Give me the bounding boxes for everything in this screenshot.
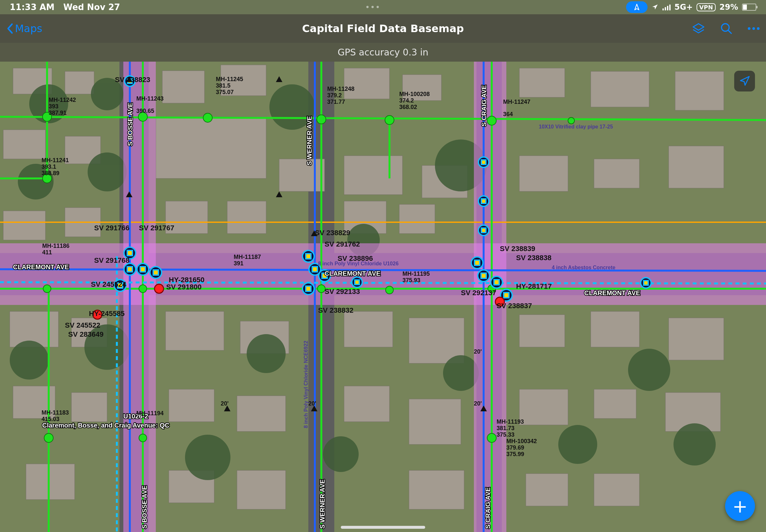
- svg-marker-0: [635, 4, 639, 10]
- svg-point-102: [487, 433, 496, 442]
- svg-rect-16: [519, 68, 565, 97]
- svg-text:381.5: 381.5: [216, 82, 230, 89]
- svg-rect-52: [26, 464, 75, 500]
- svg-text:SV  291768: SV 291768: [94, 256, 129, 264]
- svg-rect-25: [519, 156, 568, 191]
- layers-icon[interactable]: [692, 22, 705, 35]
- svg-text:379.69: 379.69: [506, 444, 524, 451]
- svg-rect-126: [306, 286, 311, 291]
- svg-text:411: 411: [42, 249, 52, 256]
- add-feature-button[interactable]: +: [725, 491, 755, 521]
- search-icon[interactable]: [720, 22, 733, 35]
- svg-text:MH-11247: MH-11247: [503, 99, 530, 105]
- svg-text:4 inch Asbestos Concrete: 4 inch Asbestos Concrete: [552, 265, 615, 270]
- svg-text:MH-11193: MH-11193: [497, 418, 524, 425]
- more-icon[interactable]: [748, 27, 760, 30]
- svg-text:S CRAIG AVE: S CRAIG AVE: [480, 85, 488, 127]
- svg-text:SV  292133: SV 292133: [324, 287, 360, 296]
- svg-rect-128: [475, 260, 480, 265]
- svg-rect-27: [669, 146, 724, 188]
- svg-text:20': 20': [308, 400, 316, 407]
- svg-text:MH-11243: MH-11243: [136, 95, 164, 102]
- svg-text:415.03: 415.03: [42, 416, 59, 422]
- page-title: Capital Field Data Basemap: [0, 22, 766, 35]
- svg-rect-54: [237, 470, 286, 509]
- svg-text:SV  238839: SV 238839: [500, 245, 535, 253]
- svg-rect-38: [344, 311, 393, 347]
- svg-rect-114: [140, 267, 145, 272]
- svg-text:CLAREMONT AVE: CLAREMONT AVE: [584, 289, 640, 296]
- svg-rect-45: [169, 389, 214, 422]
- app-indicator[interactable]: [626, 1, 648, 13]
- svg-rect-74: [0, 243, 766, 305]
- back-button[interactable]: Maps: [6, 22, 42, 35]
- svg-rect-49: [519, 389, 568, 425]
- svg-rect-112: [127, 267, 132, 272]
- vpn-label: VPN: [697, 3, 715, 11]
- svg-rect-57: [594, 474, 639, 506]
- svg-rect-14: [344, 68, 390, 99]
- svg-point-98: [386, 286, 394, 294]
- svg-text:HY-281650: HY-281650: [169, 276, 204, 284]
- svg-text:MH-11195: MH-11195: [403, 271, 430, 277]
- svg-rect-110: [127, 250, 132, 256]
- svg-rect-55: [409, 470, 464, 509]
- svg-text:SV  292137: SV 292137: [461, 289, 496, 297]
- svg-text:MH-11187: MH-11187: [234, 254, 261, 260]
- svg-rect-46: [237, 396, 286, 431]
- svg-text:SV  291800: SV 291800: [166, 283, 201, 291]
- svg-text:375.93: 375.93: [403, 277, 420, 284]
- svg-point-68: [443, 355, 479, 391]
- svg-text:388.89: 388.89: [42, 170, 59, 176]
- network-label: 5G+: [675, 3, 693, 12]
- svg-rect-21: [156, 117, 266, 178]
- svg-text:MH-11241: MH-11241: [42, 157, 69, 163]
- svg-text:20': 20': [474, 400, 482, 407]
- multitask-dots[interactable]: •••: [120, 3, 626, 11]
- svg-rect-134: [504, 293, 509, 298]
- svg-rect-138: [481, 199, 486, 203]
- svg-rect-140: [481, 228, 486, 233]
- svg-rect-47: [344, 386, 390, 422]
- svg-text:8 inch Poly Vinyl Chloride NCE: 8 inch Poly Vinyl Chloride NCE6922: [303, 341, 309, 428]
- svg-line-3: [728, 30, 731, 33]
- svg-text:20': 20': [221, 400, 228, 407]
- svg-text:375.99: 375.99: [506, 451, 524, 457]
- status-date: Wed Nov 27: [63, 2, 120, 12]
- svg-text:S WERNER AVE: S WERNER AVE: [306, 116, 313, 165]
- svg-marker-4: [740, 77, 749, 85]
- svg-rect-36: [165, 311, 224, 350]
- svg-text:CLAREMONT AVE: CLAREMONT AVE: [324, 270, 380, 277]
- svg-rect-28: [3, 211, 45, 240]
- svg-text:MH-100208: MH-100208: [399, 91, 430, 97]
- svg-marker-1: [693, 24, 704, 30]
- svg-point-94: [568, 117, 575, 124]
- map-canvas[interactable]: CLAREMONT AVE CLAREMONT AVE CLAREMONT AV…: [0, 62, 766, 532]
- nav-bar: Maps Capital Field Data Basemap: [0, 14, 766, 43]
- location-icon: [651, 4, 659, 11]
- svg-rect-23: [344, 156, 403, 195]
- locate-button[interactable]: [734, 71, 755, 91]
- svg-text:375.07: 375.07: [216, 89, 234, 95]
- svg-text:393.1: 393.1: [42, 163, 56, 170]
- svg-point-92: [385, 115, 394, 125]
- svg-point-148: [154, 284, 164, 293]
- svg-text:374.2: 374.2: [399, 97, 414, 104]
- svg-rect-22: [279, 159, 324, 191]
- status-time: 11:33 AM: [10, 2, 55, 12]
- svg-point-71: [323, 436, 359, 472]
- svg-text:20': 20': [474, 348, 482, 355]
- svg-text:MH-11186: MH-11186: [42, 243, 69, 249]
- svg-text:MH-11242: MH-11242: [49, 97, 76, 103]
- svg-text:CLAREMONT AVE: CLAREMONT AVE: [13, 263, 69, 271]
- svg-rect-40: [519, 315, 565, 347]
- svg-rect-33: [399, 204, 435, 234]
- svg-text:379.2: 379.2: [327, 92, 342, 99]
- status-bar: 11:33 AM Wed Nov 27 ••• 5G+ VPN 29%: [0, 0, 766, 14]
- svg-text:381.73: 381.73: [497, 425, 515, 431]
- svg-text:375.33: 375.33: [497, 431, 515, 438]
- svg-rect-11: [65, 71, 94, 94]
- home-indicator[interactable]: [341, 526, 425, 529]
- svg-text:SV  291766: SV 291766: [94, 224, 129, 232]
- svg-point-97: [317, 285, 325, 293]
